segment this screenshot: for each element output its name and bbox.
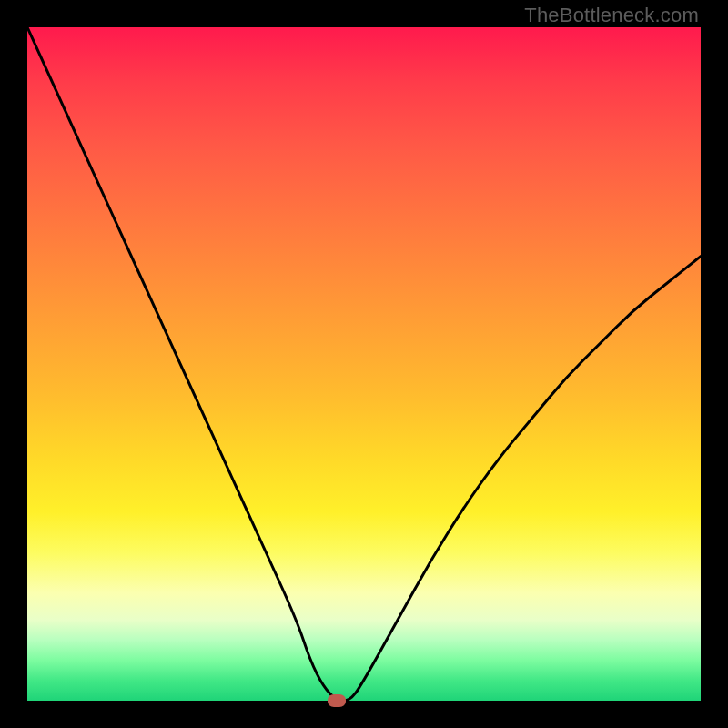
bottleneck-curve: [27, 27, 701, 701]
chart-frame: TheBottleneck.com: [0, 0, 728, 728]
optimal-marker: [328, 694, 346, 707]
watermark-text: TheBottleneck.com: [524, 4, 699, 27]
plot-area: [27, 27, 701, 701]
